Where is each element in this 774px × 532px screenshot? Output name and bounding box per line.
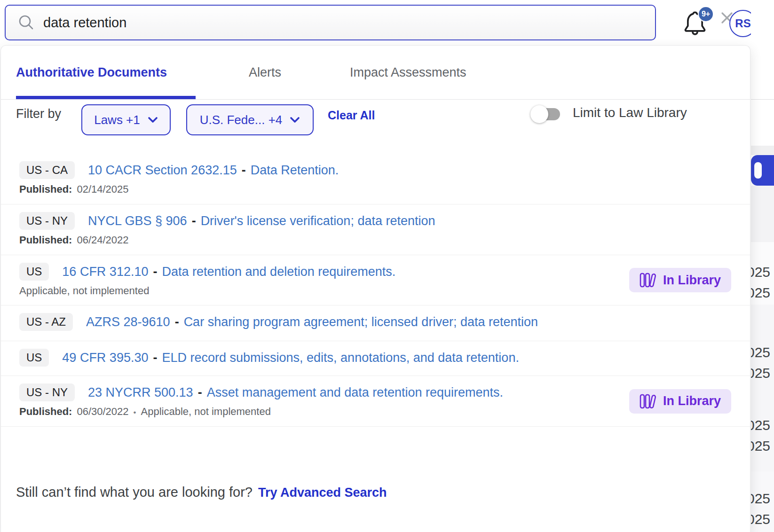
in-library-badge: In Library xyxy=(629,268,731,292)
result-title-link[interactable]: Driver's license verification; data rete… xyxy=(201,214,435,228)
result-title-link[interactable]: Car sharing program agreement; licensed … xyxy=(184,315,538,329)
limit-to-law-library-toggle[interactable] xyxy=(534,108,560,120)
background-date-fragment: 025 xyxy=(751,438,770,454)
background-divider xyxy=(751,99,774,100)
search-icon xyxy=(18,14,35,31)
search-input[interactable] xyxy=(42,15,643,31)
background-table-row: 025 025 xyxy=(751,397,774,472)
background-blue-button-fragment[interactable] xyxy=(751,155,774,186)
background-date-fragment: 025 xyxy=(751,344,770,360)
title-separator: - xyxy=(192,214,196,228)
background-table-row: 025 025 xyxy=(751,471,774,532)
filter-dropdown-jurisdiction[interactable]: U.S. Fede... +4 xyxy=(186,104,314,135)
result-title-link[interactable]: Asset management and data retention requ… xyxy=(207,385,503,400)
background-table-row: 025 025 xyxy=(751,242,774,305)
result-code-link[interactable]: NYCL GBS § 906 xyxy=(88,214,187,228)
tab-alerts[interactable]: Alerts xyxy=(249,65,281,80)
title-separator: - xyxy=(175,315,179,329)
result-row: US - NY NYCL GBS § 906 - Driver's licens… xyxy=(1,204,750,255)
in-library-badge: In Library xyxy=(629,389,731,414)
background-date-fragment: 025 xyxy=(751,365,770,381)
result-row: US 16 CFR 312.10 - Data retention and de… xyxy=(1,255,750,305)
published-date: 02/14/2025 xyxy=(77,183,128,195)
results-tab-bar: Authoritative Documents Alerts Impact As… xyxy=(1,46,750,100)
advanced-search-link[interactable]: Try Advanced Search xyxy=(258,485,387,500)
chevron-down-icon xyxy=(148,117,158,123)
result-row: US - NY 23 NYCRR 500.13 - Asset manageme… xyxy=(1,376,750,427)
published-label: Published: xyxy=(19,234,72,246)
toggle-knob xyxy=(530,105,548,123)
result-code-link[interactable]: AZRS 28-9610 xyxy=(86,315,170,329)
result-code-link[interactable]: 49 CFR 395.30 xyxy=(62,351,148,365)
result-title-link[interactable]: Data retention and deletion requirements… xyxy=(162,265,395,279)
in-library-label: In Library xyxy=(663,273,721,288)
published-date: 06/24/2022 xyxy=(77,234,128,246)
in-library-label: In Library xyxy=(663,394,721,408)
background-page-strip: 025 025 025 025 025 025 025 025 xyxy=(751,0,774,532)
library-books-icon xyxy=(640,272,657,288)
title-separator: - xyxy=(153,265,157,279)
global-search-bar[interactable] xyxy=(5,5,656,40)
background-gray-band xyxy=(751,186,774,242)
result-code-link[interactable]: 10 CACR Section 2632.15 xyxy=(88,163,237,178)
clear-all-filters-link[interactable]: Clear All xyxy=(328,109,375,122)
background-date-fragment: 025 xyxy=(751,264,770,280)
result-row: US - AZ AZRS 28-9610 - Car sharing progr… xyxy=(1,305,750,341)
background-gray-band xyxy=(751,146,774,155)
jurisdiction-badge: US xyxy=(19,263,49,281)
bullet-separator: • xyxy=(134,408,136,417)
results-list: US - CA 10 CACR Section 2632.15 - Data R… xyxy=(1,154,750,427)
title-separator: - xyxy=(198,385,202,400)
title-separator: - xyxy=(242,163,246,178)
published-label: Published: xyxy=(19,406,72,417)
result-title-link[interactable]: Data Retention. xyxy=(251,163,339,178)
filter-dropdown-label: Laws +1 xyxy=(94,113,140,127)
notification-count-badge: 9+ xyxy=(698,6,714,22)
jurisdiction-badge: US - NY xyxy=(19,212,75,230)
background-date-fragment: 025 xyxy=(751,285,770,301)
result-title-link[interactable]: ELD record submissions, edits, annotatio… xyxy=(162,351,519,365)
published-date: 06/30/2022 xyxy=(77,406,128,417)
result-row: US 49 CFR 395.30 - ELD record submission… xyxy=(1,341,750,376)
background-button-glyph xyxy=(754,162,762,179)
published-label: Published: xyxy=(19,183,72,195)
background-date-fragment: 025 xyxy=(751,491,770,507)
result-code-link[interactable]: 23 NYCRR 500.13 xyxy=(88,385,193,400)
search-footer: Still can’t find what you are looking fo… xyxy=(16,485,387,500)
active-tab-underline xyxy=(16,96,196,99)
search-results-dropdown: Authoritative Documents Alerts Impact As… xyxy=(0,45,750,532)
jurisdiction-badge: US - AZ xyxy=(19,313,73,331)
limit-to-law-library-label: Limit to Law Library xyxy=(573,105,687,120)
filter-by-label: Filter by xyxy=(16,107,61,121)
jurisdiction-badge: US - NY xyxy=(19,383,75,401)
background-date-fragment: 025 xyxy=(751,511,770,527)
background-table-row: 025 025 xyxy=(751,305,774,398)
result-code-link[interactable]: 16 CFR 312.10 xyxy=(62,265,148,279)
footer-text: Still can’t find what you are looking fo… xyxy=(16,485,253,500)
filter-dropdown-label: U.S. Fede... +4 xyxy=(200,113,283,127)
filter-dropdown-document-type[interactable]: Laws +1 xyxy=(81,104,171,135)
title-separator: - xyxy=(153,351,157,365)
tab-authoritative-documents[interactable]: Authoritative Documents xyxy=(16,65,167,80)
library-books-icon xyxy=(640,393,657,409)
jurisdiction-badge: US xyxy=(19,349,49,367)
background-date-fragment: 025 xyxy=(751,417,770,433)
result-row: US - CA 10 CACR Section 2632.15 - Data R… xyxy=(1,154,750,204)
chevron-down-icon xyxy=(290,117,300,123)
applicability-status: Applicable, not implemented xyxy=(19,285,149,297)
applicability-status: Applicable, not implemented xyxy=(141,406,271,417)
tab-impact-assessments[interactable]: Impact Assessments xyxy=(350,65,466,80)
jurisdiction-badge: US - CA xyxy=(19,161,75,179)
